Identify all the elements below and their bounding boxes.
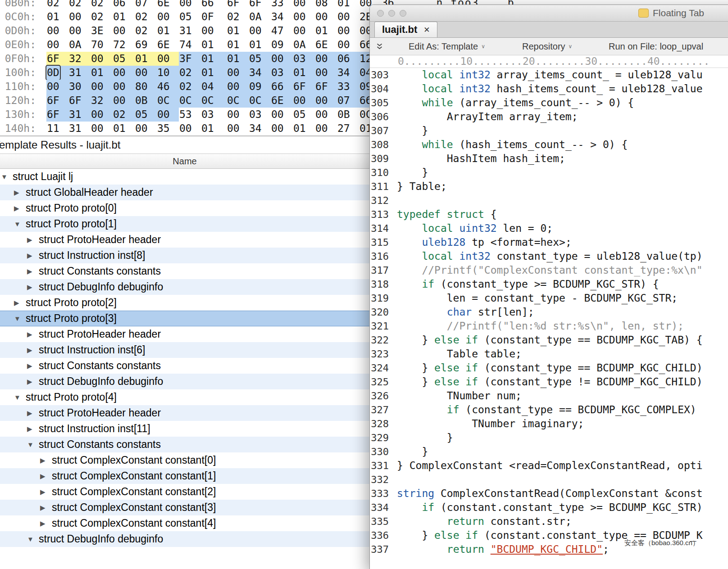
hex-byte[interactable]: 07 <box>135 0 157 10</box>
hex-byte[interactable]: 0B <box>337 108 359 122</box>
hex-byte[interactable]: 66 <box>271 80 293 94</box>
hex-byte[interactable]: 01 <box>91 66 113 80</box>
hex-byte[interactable]: 01 <box>201 122 227 135</box>
hex-byte[interactable]: 01 <box>315 24 337 38</box>
hex-byte[interactable]: 3E <box>91 24 113 38</box>
hex-byte[interactable]: 00 <box>227 122 249 135</box>
code-line[interactable]: 331} ComplexConstant <read=ComplexConsta… <box>370 459 728 473</box>
tree-row[interactable]: ▶struct Instruction inst[8] <box>0 248 369 263</box>
hex-byte[interactable]: 30 <box>68 80 91 94</box>
code-line[interactable]: 311} Table; <box>370 180 728 194</box>
hex-byte[interactable]: 27 <box>337 122 359 135</box>
hex-byte[interactable]: 6F <box>46 52 68 66</box>
code-line[interactable]: 304 local int32 hash_items_count_ = uleb… <box>370 82 728 96</box>
hex-byte[interactable]: 74 <box>179 38 201 52</box>
hex-byte[interactable]: 0A <box>249 10 271 24</box>
code-line[interactable]: 305 while (array_items_count_-- > 0) { <box>370 96 728 110</box>
hex-byte[interactable]: 6E <box>157 38 179 52</box>
tree-row[interactable]: ▶struct DebugInfo debuginfo <box>0 279 369 295</box>
code-text[interactable]: } else if (constant_type == BCDUMP_KGC_C… <box>397 361 703 375</box>
code-text[interactable]: local int32 hash_items_count_ = uleb128_… <box>397 82 703 96</box>
hex-byte[interactable]: 6F <box>46 94 68 108</box>
hex-byte[interactable]: 00 <box>315 122 337 135</box>
hex-byte[interactable]: 00 <box>157 108 179 122</box>
code-line[interactable]: 333string ComplexConstantRead(ComplexCon… <box>370 487 728 501</box>
code-text[interactable]: TNumber num; <box>397 389 522 403</box>
double-chevron-down-icon[interactable] <box>376 38 383 55</box>
tree-row[interactable]: ▼struct Proto proto[4] <box>0 389 369 405</box>
disclosure-triangle-icon[interactable]: ▼ <box>14 389 26 405</box>
code-line[interactable]: 308 while (hash_items_count_-- > 0) { <box>370 138 728 152</box>
code-line[interactable]: 335 return constant.str; <box>370 515 728 528</box>
hex-byte[interactable]: 00 <box>293 0 315 10</box>
code-text[interactable]: if (constant_type >= BCDUMP_KGC_STR) { <box>397 277 659 291</box>
hex-byte[interactable]: 34 <box>271 10 293 24</box>
hex-byte[interactable]: 6F <box>68 94 91 108</box>
code-text[interactable]: if (constant.constant_type >= BCDUMP_KGC… <box>397 501 703 515</box>
code-line[interactable]: 314 local uint32 len = 0; <box>370 221 728 235</box>
hex-byte[interactable]: 0B <box>135 94 157 108</box>
code-line[interactable]: 324 } else if (constant_type == BCDUMP_K… <box>370 361 728 375</box>
hex-byte[interactable]: 32 <box>68 52 91 66</box>
disclosure-triangle-icon[interactable]: ▶ <box>27 342 39 358</box>
hex-byte[interactable]: 02 <box>91 0 113 10</box>
hex-byte[interactable]: 02 <box>179 66 201 80</box>
code-line[interactable]: 329 } <box>370 431 728 445</box>
hex-byte[interactable]: 00 <box>46 24 68 38</box>
code-line[interactable]: 315 uleb128 tp <format=hex>; <box>370 235 728 249</box>
disclosure-triangle-icon[interactable]: ▶ <box>14 295 26 311</box>
code-text[interactable]: local uint32 len = 0; <box>397 221 553 235</box>
hex-byte[interactable]: 00 <box>157 52 179 66</box>
hex-byte[interactable]: 03 <box>201 108 227 122</box>
code-text[interactable]: while (array_items_count_-- > 0) { <box>397 96 634 110</box>
hex-byte[interactable]: 33 <box>271 0 293 10</box>
tree-row[interactable]: ▶struct GlobalHeader header <box>0 185 369 200</box>
hex-byte[interactable]: 00 <box>271 52 293 66</box>
code-line[interactable]: 328 TNumber imaginary; <box>370 417 728 431</box>
code-line[interactable]: 318 if (constant_type >= BCDUMP_KGC_STR)… <box>370 277 728 291</box>
hex-byte[interactable]: 02 <box>179 80 201 94</box>
disclosure-triangle-icon[interactable]: ▶ <box>27 421 39 437</box>
hex-byte[interactable]: 6F <box>249 0 271 10</box>
hex-byte[interactable]: 6F <box>227 0 249 10</box>
window-zoom-button[interactable] <box>400 10 406 17</box>
hex-byte[interactable]: 0A <box>293 38 315 52</box>
code-text[interactable]: //Printf("len:%d str:%s\n", len, str); <box>397 319 684 333</box>
hex-byte[interactable]: 72 <box>113 38 135 52</box>
hex-byte[interactable]: 00 <box>293 24 315 38</box>
code-line[interactable]: 312 <box>370 194 728 208</box>
hex-byte[interactable]: 00 <box>293 94 315 108</box>
hex-byte[interactable]: 0C <box>249 94 271 108</box>
hex-byte[interactable]: 02 <box>46 0 68 10</box>
hex-byte[interactable]: 46 <box>157 80 179 94</box>
code-line[interactable]: 321 //Printf("len:%d str:%s\n", len, str… <box>370 319 728 333</box>
hex-byte[interactable]: 00 <box>271 122 293 135</box>
code-line[interactable]: 326 TNumber num; <box>370 389 728 403</box>
hex-byte[interactable]: 00 <box>337 38 359 52</box>
disclosure-triangle-icon[interactable]: ▶ <box>27 374 39 389</box>
code-text[interactable]: return "BCDUMP_KGC_CHILD"; <box>397 542 609 556</box>
hex-byte[interactable]: 11 <box>46 122 68 135</box>
hex-byte[interactable]: 01 <box>293 122 315 135</box>
hex-byte[interactable]: 05 <box>135 108 157 122</box>
hex-byte[interactable]: 00 <box>46 80 68 94</box>
hex-byte[interactable]: 00 <box>68 24 91 38</box>
code-text[interactable]: } ComplexConstant <read=ComplexConstantR… <box>397 459 703 473</box>
code-line[interactable]: 322 } else if (constant_type == BCDUMP_K… <box>370 333 728 347</box>
hex-byte[interactable]: 10 <box>157 66 179 80</box>
disclosure-triangle-icon[interactable]: ▶ <box>40 515 52 531</box>
hex-byte[interactable]: 53 <box>179 108 201 122</box>
hex-byte[interactable]: 6E <box>271 94 293 108</box>
window-title-bar[interactable]: Floating Tab <box>370 5 728 22</box>
tree-row[interactable]: ▶struct ComplexConstant constant[4] <box>0 515 369 531</box>
code-text[interactable]: } else if (constant_type != BCDUMP_KGC_C… <box>397 375 703 389</box>
tree-row[interactable]: ▶struct Constants constants <box>0 263 369 279</box>
hex-byte[interactable]: 01 <box>157 24 179 38</box>
hex-byte[interactable]: 00 <box>315 108 337 122</box>
hex-byte[interactable]: 00 <box>157 10 179 24</box>
code-text[interactable]: len = constant_type - BCDUMP_KGC_STR; <box>397 291 678 305</box>
tree-row[interactable]: ▶struct Constants constants <box>0 358 369 374</box>
code-line[interactable]: 327 if (constant_type == BCDUMP_KGC_COMP… <box>370 403 728 417</box>
code-line[interactable]: 325 } else if (constant_type != BCDUMP_K… <box>370 375 728 389</box>
hex-byte[interactable]: 00 <box>113 80 135 94</box>
